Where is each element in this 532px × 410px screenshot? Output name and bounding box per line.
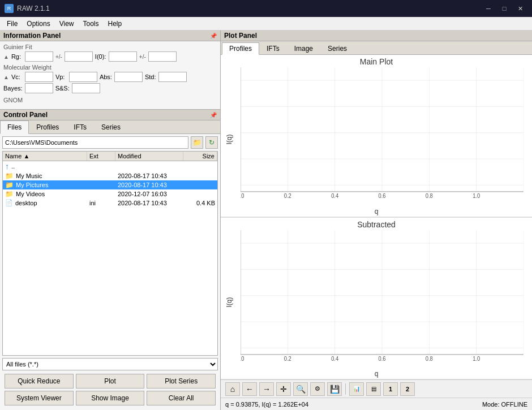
- control-panel-pin[interactable]: 📌: [210, 112, 217, 118]
- plot-tab-image[interactable]: Image: [287, 42, 320, 54]
- settings-button[interactable]: ⚙: [310, 382, 325, 396]
- vp-input[interactable]: [69, 72, 97, 82]
- quick-reduce-button[interactable]: Quick Reduce: [5, 374, 74, 389]
- info-panel-content: Guinier Fit ▲ Rg: +/- I(0): +/-: [0, 41, 220, 109]
- file-list: ↑ .. 📁 My Music: [2, 161, 218, 356]
- action-row-2: System Viewer Show Image Clear All: [5, 391, 216, 405]
- svg-text:0.2: 0.2: [284, 193, 291, 198]
- pan-button[interactable]: ✛: [276, 382, 291, 396]
- svg-text:0.6: 0.6: [378, 356, 385, 361]
- path-bar: 📁 ↻: [2, 136, 218, 149]
- svg-text:0.0: 0.0: [241, 193, 244, 198]
- chart-button[interactable]: 📊: [349, 382, 364, 396]
- plot-series-button[interactable]: Plot Series: [147, 374, 216, 389]
- plot-toolbar: ⌂ ← → ✛ 🔍 ⚙ 💾 📊 ▤ 1 2: [221, 379, 532, 398]
- back-button[interactable]: ←: [242, 382, 257, 396]
- rg-plusminus: +/-: [55, 54, 62, 60]
- close-button[interactable]: ✕: [513, 3, 527, 14]
- legend-button[interactable]: ▤: [366, 382, 381, 396]
- bayes-label: Bayes:: [3, 85, 23, 92]
- i0-input[interactable]: [109, 51, 137, 62]
- clear-all-button[interactable]: Clear All: [147, 391, 216, 405]
- minimize-button[interactable]: ─: [481, 3, 496, 14]
- plot-tab-profiles[interactable]: Profiles: [222, 42, 259, 55]
- col-size[interactable]: Size: [183, 152, 217, 161]
- refresh-button[interactable]: ↻: [205, 136, 218, 149]
- list-item[interactable]: 📁 My Pictures 2020-08-17 10:43: [3, 180, 217, 189]
- plot-tab-ifts[interactable]: IFTs: [259, 42, 287, 54]
- menu-tools[interactable]: Tools: [79, 19, 104, 29]
- save-button[interactable]: 💾: [327, 382, 342, 396]
- zoom-button[interactable]: 🔍: [293, 382, 308, 396]
- plot1-button[interactable]: 1: [383, 382, 398, 396]
- folder-icon: 📁: [5, 172, 14, 180]
- plot-button[interactable]: Plot: [76, 374, 145, 389]
- bayes-input[interactable]: [25, 83, 53, 93]
- file-modified-myvideos: 2020-12-07 16:03: [115, 191, 183, 197]
- file-size-desktop: 0.4 KB: [183, 200, 217, 206]
- mode-label: Mode: OFFLINE: [482, 401, 527, 408]
- path-input[interactable]: [2, 136, 188, 149]
- app-title: RAW 2.1.1: [17, 5, 50, 12]
- status-bar: q = 0.93875, I(q) = 1.262E+04 Mode: OFFL…: [221, 398, 532, 410]
- molweight-section: Molecular Weight ▲ Vc: Vp: Abs: Std: Bay…: [3, 64, 217, 93]
- tab-profiles[interactable]: Profiles: [29, 120, 66, 133]
- col-ext[interactable]: Ext: [87, 152, 115, 161]
- up-arrow-icon: ↑: [5, 162, 9, 171]
- abs-input[interactable]: [114, 72, 143, 82]
- subtracted-plot-area: Subtracted I(q): [221, 217, 532, 380]
- folder-icon: 📁: [5, 181, 14, 189]
- main-plot-inner: I(q): [221, 67, 532, 212]
- menu-options[interactable]: Options: [22, 19, 54, 29]
- plot2-button[interactable]: 2: [400, 382, 415, 396]
- forward-button[interactable]: →: [259, 382, 274, 396]
- home-button[interactable]: ⌂: [225, 382, 240, 396]
- list-item[interactable]: ↑ ..: [3, 161, 217, 171]
- abs-label: Abs:: [100, 74, 112, 80]
- subtracted-plot-svg: 10⁴ 10³ 10² 10¹ 10⁰ 0.0 0.2 0.4 0.6 0.8 …: [241, 230, 524, 361]
- ss-label: S&S:: [55, 85, 70, 92]
- ss-input[interactable]: [72, 83, 100, 93]
- vc-input[interactable]: [25, 72, 53, 82]
- file-ext-desktop: ini: [87, 200, 115, 206]
- rg-error-input[interactable]: [65, 51, 93, 62]
- browse-folder-button[interactable]: 📁: [191, 136, 203, 149]
- title-bar-left: R RAW 2.1.1: [5, 4, 50, 13]
- plot-panel-title: Plot Panel: [224, 32, 257, 40]
- plot-tab-series[interactable]: Series: [320, 42, 354, 54]
- std-input[interactable]: [158, 72, 187, 82]
- menu-view[interactable]: View: [55, 19, 79, 29]
- maximize-button[interactable]: □: [497, 3, 512, 14]
- coordinates: q = 0.93875, I(q) = 1.262E+04: [225, 401, 308, 408]
- svg-text:0.8: 0.8: [426, 193, 433, 198]
- file-list-header: Name ▲ Ext Modified Size: [2, 151, 218, 161]
- list-item[interactable]: 📁 My Videos 2020-12-07 16:03: [3, 189, 217, 198]
- svg-text:0.0: 0.0: [241, 356, 244, 361]
- col-modified[interactable]: Modified: [115, 152, 183, 161]
- main-plot-y-label: I(q): [221, 67, 238, 212]
- file-doc-icon: 📄: [5, 199, 13, 206]
- tab-series[interactable]: Series: [94, 120, 128, 133]
- list-item[interactable]: 📄 desktop ini 2020-08-17 10:43 0.4 KB: [3, 198, 217, 207]
- i0-error-input[interactable]: [148, 51, 177, 62]
- main-plot-area: Main Plot I(q): [221, 55, 532, 217]
- vp-label: Vp:: [55, 74, 67, 80]
- file-filter-select[interactable]: All files (*.*) *.dat *.fit *.out: [2, 358, 218, 370]
- guinier-label: Guinier Fit: [3, 44, 217, 50]
- control-tab-bar: Files Profiles IFTs Series: [0, 120, 220, 134]
- main-plot-title: Main Plot: [221, 55, 532, 67]
- molweight-row2: Bayes: S&S:: [3, 83, 217, 93]
- menu-file[interactable]: File: [2, 19, 22, 29]
- tab-files[interactable]: Files: [0, 120, 29, 134]
- tab-ifts[interactable]: IFTs: [66, 120, 94, 133]
- gnom-label: GNOM: [3, 96, 217, 105]
- svg-text:0.4: 0.4: [331, 193, 338, 198]
- rg-input[interactable]: [25, 51, 53, 62]
- info-panel-pin[interactable]: 📌: [210, 33, 217, 39]
- system-viewer-button[interactable]: System Viewer: [5, 391, 74, 405]
- show-image-button[interactable]: Show Image: [76, 391, 145, 405]
- col-name[interactable]: Name ▲: [3, 152, 87, 161]
- guinier-section: Guinier Fit ▲ Rg: +/- I(0): +/-: [3, 44, 217, 62]
- list-item[interactable]: 📁 My Music 2020-08-17 10:43: [3, 171, 217, 180]
- menu-help[interactable]: Help: [104, 19, 127, 29]
